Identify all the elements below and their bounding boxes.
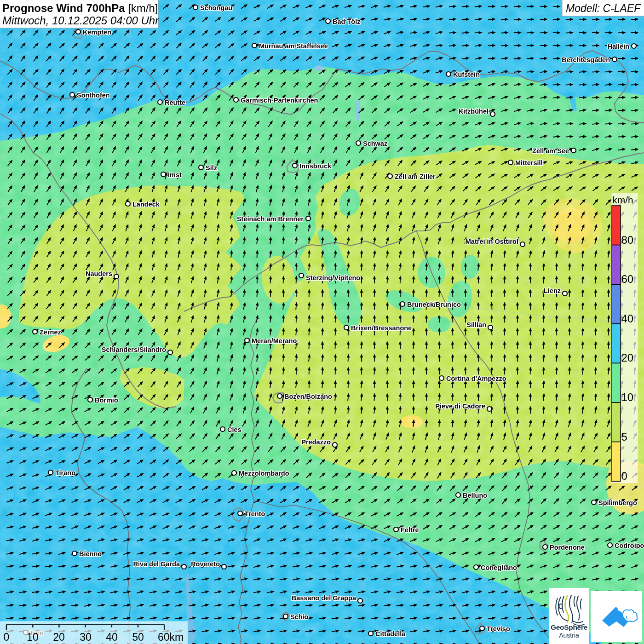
svg-text:Innsbruck: Innsbruck — [299, 162, 332, 170]
svg-text:Bassano del Grappa: Bassano del Grappa — [292, 594, 356, 602]
svg-text:Belluno: Belluno — [463, 492, 487, 499]
svg-text:Feltre: Feltre — [401, 526, 419, 534]
svg-text:20: 20 — [53, 631, 65, 643]
svg-text:GeoSphere: GeoSphere — [551, 623, 588, 631]
svg-text:Tirano: Tirano — [55, 469, 75, 477]
svg-text:Garmisch-Partenkirchen: Garmisch-Partenkirchen — [241, 97, 318, 104]
svg-text:Modell: C-LAEF: Modell: C-LAEF — [566, 2, 641, 14]
svg-text:Meran/Merano: Meran/Merano — [252, 337, 297, 345]
svg-text:Mittwoch, 10.12.2025 04:00 Uhr: Mittwoch, 10.12.2025 04:00 Uhr — [2, 14, 159, 27]
svg-text:Bienno: Bienno — [79, 550, 102, 558]
svg-text:Sonthofen: Sonthofen — [77, 92, 110, 99]
svg-text:0: 0 — [4, 631, 10, 643]
svg-text:Kitzbühel: Kitzbühel — [459, 108, 489, 115]
svg-text:Trento: Trento — [245, 510, 265, 518]
svg-text:Cortina d'Ampezzo: Cortina d'Ampezzo — [446, 375, 506, 382]
svg-text:60km: 60km — [158, 631, 184, 643]
svg-text:Bruneck/Brunico: Bruneck/Brunico — [407, 301, 461, 308]
svg-text:Rovereto: Rovereto — [191, 560, 220, 568]
svg-text:Riva del Garda: Riva del Garda — [133, 560, 180, 568]
svg-text:Schlanders/Silandro: Schlanders/Silandro — [102, 346, 166, 353]
svg-text:80: 80 — [621, 234, 634, 246]
svg-text:Murnau am Staffelsee: Murnau am Staffelsee — [259, 42, 328, 50]
svg-text:Austria: Austria — [559, 632, 579, 639]
svg-text:Brixen/Bressanone: Brixen/Bressanone — [351, 324, 412, 332]
svg-text:50: 50 — [132, 631, 144, 643]
svg-text:Conegliano: Conegliano — [481, 564, 517, 571]
svg-text:Codroipo: Codroipo — [615, 542, 644, 549]
svg-text:Matrei in Osttirol: Matrei in Osttirol — [466, 238, 518, 245]
svg-text:Zell am See: Zell am See — [532, 147, 569, 155]
svg-text:Schongau: Schongau — [200, 4, 232, 12]
svg-text:0: 0 — [621, 470, 627, 482]
svg-text:Cles: Cles — [227, 426, 242, 433]
svg-text:Mezzolombardo: Mezzolombardo — [239, 470, 289, 477]
svg-text:Sterzing/Vipiteno: Sterzing/Vipiteno — [306, 274, 360, 282]
svg-text:10: 10 — [27, 631, 39, 643]
svg-text:Imst: Imst — [168, 171, 182, 178]
svg-text:Berchtesgaden: Berchtesgaden — [562, 56, 610, 63]
svg-text:Zernez: Zernez — [40, 328, 61, 336]
svg-text:Treviso: Treviso — [487, 625, 510, 632]
svg-text:Pieve di Cadore: Pieve di Cadore — [435, 402, 485, 410]
svg-text:Kempten: Kempten — [83, 29, 111, 36]
svg-text:Bad Tölz: Bad Tölz — [333, 18, 360, 25]
svg-text:40: 40 — [621, 312, 634, 325]
svg-text:Schwaz: Schwaz — [363, 140, 387, 147]
svg-text:Bozen/Bolzano: Bozen/Bolzano — [284, 393, 332, 400]
svg-text:Schio: Schio — [290, 613, 309, 621]
svg-text:Bormio: Bormio — [95, 397, 118, 404]
svg-text:Silz: Silz — [206, 164, 217, 172]
svg-text:5: 5 — [621, 431, 627, 443]
svg-text:Cittadella: Cittadella — [375, 630, 406, 638]
svg-text:Mittersill: Mittersill — [515, 159, 543, 167]
svg-text:Lienz: Lienz — [544, 287, 561, 294]
svg-text:Sillian: Sillian — [466, 321, 486, 328]
svg-text:10: 10 — [621, 391, 634, 403]
svg-text:Nauders: Nauders — [86, 270, 112, 277]
svg-text:Landeck: Landeck — [132, 201, 160, 208]
svg-text:Predazzo: Predazzo — [301, 438, 331, 446]
svg-text:Spilimbergo: Spilimbergo — [598, 499, 637, 506]
svg-text:Kufstein: Kufstein — [453, 71, 480, 78]
svg-text:60: 60 — [621, 273, 634, 285]
svg-text:Hallein: Hallein — [607, 43, 629, 50]
svg-text:Steinach am Brenner: Steinach am Brenner — [237, 215, 304, 223]
svg-text:20: 20 — [621, 351, 634, 364]
svg-text:Prognose Wind 700hPa [km/h]: Prognose Wind 700hPa [km/h] — [2, 2, 158, 14]
svg-text:Pordenone: Pordenone — [550, 544, 585, 551]
svg-text:40: 40 — [106, 631, 118, 643]
svg-text:30: 30 — [80, 631, 92, 643]
svg-text:Reutte: Reutte — [165, 99, 185, 106]
svg-text:km/h: km/h — [612, 195, 633, 205]
svg-text:Zell am Ziller: Zell am Ziller — [395, 173, 436, 180]
